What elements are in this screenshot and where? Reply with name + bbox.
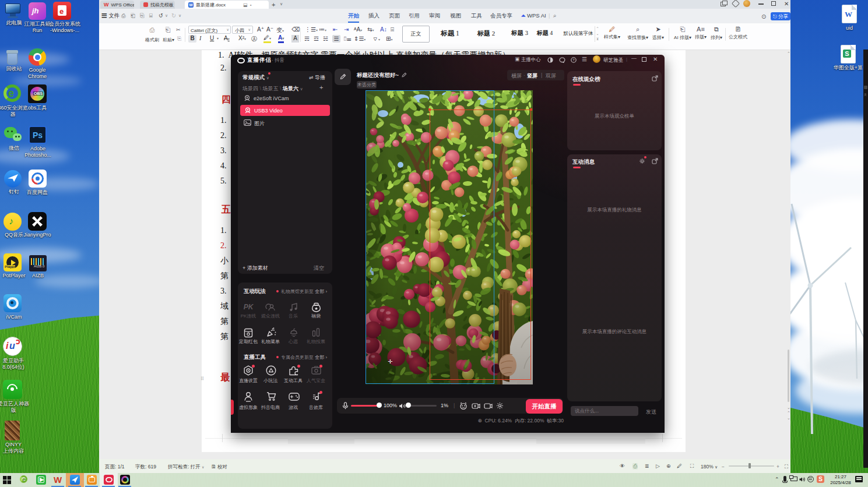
svg-text:?: ? bbox=[572, 58, 575, 62]
